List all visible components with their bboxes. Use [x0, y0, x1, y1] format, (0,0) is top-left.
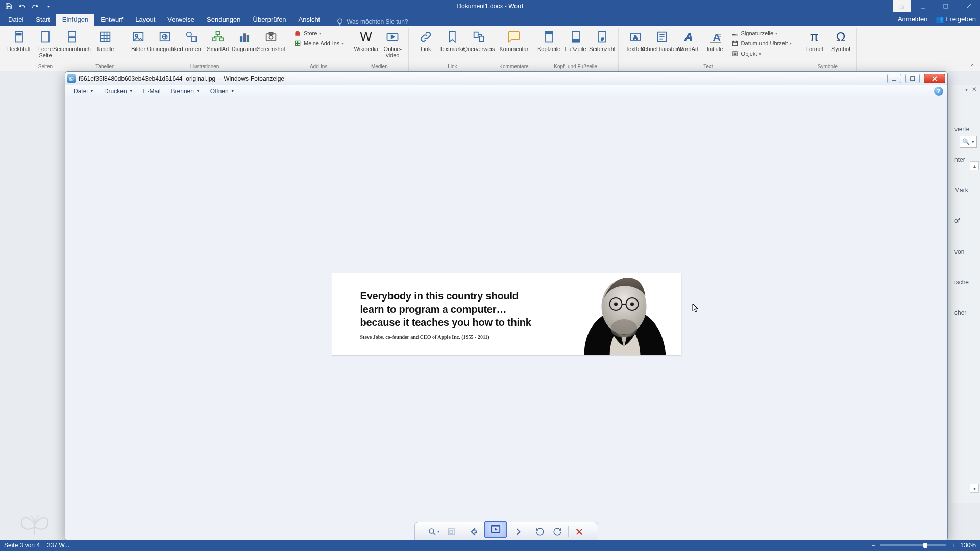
- scroll-down-icon[interactable]: ▾: [970, 484, 979, 493]
- svg-text:A: A: [683, 31, 692, 43]
- screenshot-icon: [263, 29, 279, 45]
- undo-icon[interactable]: [16, 2, 28, 11]
- wordart-button[interactable]: AWordArt: [676, 28, 701, 64]
- signin-link[interactable]: Anmelden: [898, 15, 928, 23]
- screenshot-button[interactable]: Screenshot: [258, 28, 284, 64]
- initiale-icon: A: [707, 29, 723, 45]
- seitenzahl-button[interactable]: #Seitenzahl: [590, 28, 615, 64]
- maximize-icon[interactable]: [934, 0, 957, 12]
- datum-uhrzeit-button[interactable]: Datum und Uhrzeit ▾: [729, 39, 794, 48]
- pv-minimize-icon[interactable]: [887, 74, 901, 83]
- zoom-icon[interactable]: ▾: [427, 525, 440, 538]
- onlinegrafiken-button[interactable]: Onlinegrafiken: [152, 28, 178, 64]
- deckblatt-button[interactable]: Deckblatt: [6, 28, 32, 64]
- collapse-ribbon-icon[interactable]: ^: [968, 63, 977, 70]
- svg-rect-80: [448, 529, 454, 535]
- pv-close-icon[interactable]: [924, 74, 945, 83]
- panel-dropdown-icon[interactable]: ▾: [965, 87, 968, 92]
- zoom-slider[interactable]: [880, 544, 946, 546]
- oeffnen-menu[interactable]: Öffnen▼: [206, 87, 239, 96]
- objekt-button[interactable]: Objekt ▾: [729, 49, 794, 58]
- redo-icon[interactable]: [30, 2, 41, 11]
- smartart-button[interactable]: SmartArt: [205, 28, 231, 64]
- brennen-menu[interactable]: Brennen▼: [167, 87, 204, 96]
- rotate-right-icon[interactable]: [551, 525, 564, 538]
- leere-seite-icon: [37, 29, 54, 45]
- tab-datei[interactable]: Datei: [2, 14, 30, 26]
- next-image-icon[interactable]: [511, 525, 525, 538]
- minimize-icon[interactable]: [911, 0, 934, 12]
- fusszeile-button[interactable]: Fußzeile: [563, 28, 589, 64]
- tab-layout[interactable]: Layout: [129, 14, 161, 26]
- save-icon[interactable]: [3, 2, 14, 11]
- fit-window-icon[interactable]: [445, 525, 458, 538]
- share-button[interactable]: 👥Freigeben: [936, 15, 976, 23]
- wikipedia-button[interactable]: WWikipedia: [353, 28, 379, 64]
- tabelle-button[interactable]: Tabelle: [92, 28, 118, 64]
- qa-dropdown-icon[interactable]: ▾: [43, 2, 54, 11]
- meine-addins-button[interactable]: Meine Add-Ins ▾: [291, 39, 346, 48]
- tell-me-search[interactable]: Was möchten Sie tun?: [336, 18, 408, 26]
- photo-viewer-window: f661ef35f8480db603eb43eb41d51644_origina…: [65, 71, 948, 541]
- delete-icon[interactable]: [573, 525, 586, 538]
- kopfzeile-button[interactable]: Kopfzeile: [536, 28, 562, 64]
- close-icon[interactable]: [957, 0, 980, 12]
- status-words[interactable]: 337 W...: [47, 542, 69, 549]
- photo-viewer-titlebar[interactable]: f661ef35f8480db603eb43eb41d51644_origina…: [65, 72, 947, 85]
- initiale-button[interactable]: AInitiale: [702, 28, 728, 64]
- svg-rect-2: [944, 4, 948, 8]
- textmarke-button[interactable]: Textmarke: [439, 28, 465, 64]
- fusszeile-icon: [568, 29, 584, 45]
- prev-image-icon[interactable]: [467, 525, 480, 538]
- drucken-menu[interactable]: Drucken▼: [100, 87, 137, 96]
- tab-start[interactable]: Start: [30, 14, 56, 26]
- tab-ansicht[interactable]: Ansicht: [292, 14, 327, 26]
- tab-einfuegen[interactable]: Einfügen: [56, 14, 94, 26]
- ribbon-display-options-icon[interactable]: [893, 0, 911, 12]
- tab-entwurf[interactable]: Entwurf: [94, 14, 129, 26]
- tab-verweise[interactable]: Verweise: [161, 14, 201, 26]
- seitenumbruch-button[interactable]: Seitenumbruch: [59, 28, 85, 64]
- help-icon[interactable]: ?: [934, 87, 943, 96]
- svg-rect-56: [732, 41, 737, 46]
- svg-point-77: [630, 303, 634, 306]
- store-button[interactable]: Store ▾: [291, 29, 346, 38]
- querverweis-button[interactable]: Querverweis: [466, 28, 492, 64]
- signaturzeile-button[interactable]: Signaturzeile ▾: [729, 29, 794, 38]
- diagramm-button[interactable]: Diagramm: [232, 28, 257, 64]
- svg-rect-24: [240, 37, 242, 41]
- mouse-cursor-icon: [692, 303, 699, 313]
- symbol-button[interactable]: ΩSymbol: [828, 28, 853, 64]
- panel-text-fragment: von: [954, 248, 969, 255]
- tab-ueberpruefen[interactable]: Überprüfen: [247, 14, 292, 26]
- panel-text-fragment: cher: [954, 309, 969, 316]
- wordart-icon: A: [680, 29, 697, 45]
- rotate-left-icon[interactable]: [533, 525, 547, 538]
- svg-rect-67: [911, 77, 915, 81]
- tab-sendungen[interactable]: Sendungen: [201, 14, 247, 26]
- onlinevideo-icon: [384, 29, 401, 45]
- kommentar-button[interactable]: Kommentar: [501, 28, 527, 64]
- svg-rect-22: [213, 38, 216, 41]
- formel-button[interactable]: πFormel: [801, 28, 827, 64]
- scroll-up-icon[interactable]: ▴: [970, 161, 979, 170]
- email-menu[interactable]: E-Mail: [139, 87, 165, 96]
- formen-icon: [183, 29, 200, 45]
- svg-point-16: [135, 34, 138, 37]
- wikipedia-icon: W: [358, 29, 374, 45]
- link-button[interactable]: Link: [413, 28, 438, 64]
- signaturzeile-icon: [731, 29, 739, 37]
- zoom-out-icon[interactable]: −: [871, 542, 875, 549]
- pv-maximize-icon[interactable]: [905, 74, 920, 83]
- onlinevideo-button[interactable]: Online- video: [380, 28, 405, 64]
- status-page[interactable]: Seite 3 von 4: [4, 542, 40, 549]
- svg-rect-32: [295, 44, 297, 46]
- slideshow-play-icon[interactable]: [484, 521, 507, 538]
- datei-menu[interactable]: Datei▼: [69, 87, 98, 96]
- schnellbausteine-button[interactable]: Schnellbausteine: [649, 28, 675, 64]
- svg-text:A: A: [633, 34, 638, 40]
- panel-close-icon[interactable]: ✕: [972, 86, 977, 93]
- formen-button[interactable]: Formen: [179, 28, 204, 64]
- zoom-in-icon[interactable]: +: [951, 542, 955, 549]
- zoom-level[interactable]: 130%: [960, 542, 976, 549]
